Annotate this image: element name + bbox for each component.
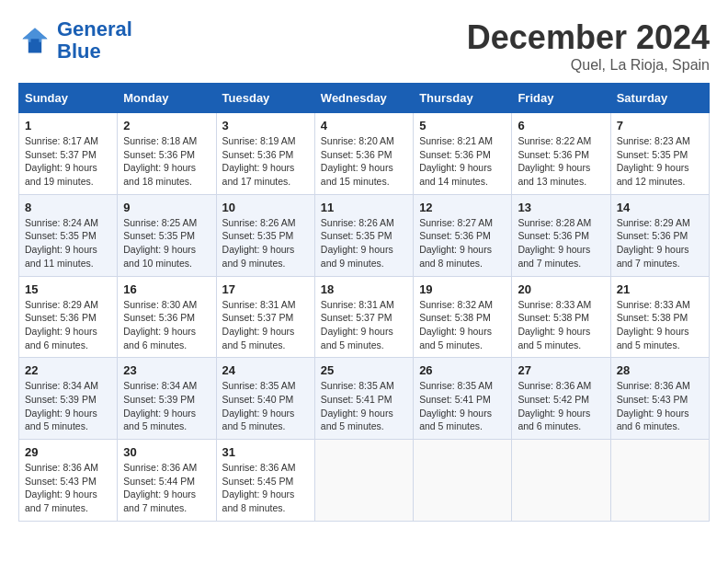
day-number: 5 (419, 119, 506, 132)
day-info: Sunrise: 8:23 AM Sunset: 5:35 PM Dayligh… (617, 134, 703, 189)
calendar-cell: 10Sunrise: 8:26 AM Sunset: 5:35 PM Dayli… (216, 194, 314, 276)
day-info: Sunrise: 8:36 AM Sunset: 5:43 PM Dayligh… (617, 379, 703, 433)
day-info: Sunrise: 8:28 AM Sunset: 5:36 PM Dayligh… (518, 216, 604, 270)
calendar-cell: 3Sunrise: 8:19 AM Sunset: 5:36 PM Daylig… (216, 113, 314, 195)
weekday-header-friday: Friday (512, 84, 610, 113)
day-info: Sunrise: 8:36 AM Sunset: 5:42 PM Dayligh… (518, 379, 604, 433)
calendar-cell: 1Sunrise: 8:17 AM Sunset: 5:37 PM Daylig… (19, 113, 118, 195)
day-info: Sunrise: 8:25 AM Sunset: 5:35 PM Dayligh… (123, 216, 210, 270)
calendar-week-row: 29Sunrise: 8:36 AM Sunset: 5:43 PM Dayli… (19, 440, 710, 522)
weekday-header-wednesday: Wednesday (314, 84, 413, 113)
weekday-header-thursday: Thursday (414, 84, 512, 113)
day-number: 12 (419, 201, 506, 214)
calendar-cell: 19Sunrise: 8:32 AM Sunset: 5:38 PM Dayli… (414, 276, 512, 358)
day-info: Sunrise: 8:27 AM Sunset: 5:36 PM Dayligh… (419, 216, 506, 270)
day-number: 2 (123, 119, 210, 132)
day-number: 1 (25, 119, 111, 132)
day-info: Sunrise: 8:36 AM Sunset: 5:43 PM Dayligh… (25, 461, 111, 515)
calendar-cell (610, 440, 709, 522)
day-number: 17 (222, 282, 309, 296)
day-number: 28 (617, 363, 703, 377)
day-info: Sunrise: 8:30 AM Sunset: 5:36 PM Dayligh… (123, 298, 210, 352)
calendar-week-row: 1Sunrise: 8:17 AM Sunset: 5:37 PM Daylig… (19, 113, 710, 195)
calendar-cell: 27Sunrise: 8:36 AM Sunset: 5:42 PM Dayli… (512, 358, 610, 440)
day-number: 31 (222, 445, 309, 459)
day-info: Sunrise: 8:21 AM Sunset: 5:36 PM Dayligh… (419, 134, 506, 189)
day-number: 15 (25, 282, 111, 296)
day-info: Sunrise: 8:32 AM Sunset: 5:38 PM Dayligh… (419, 298, 506, 352)
day-number: 25 (321, 363, 407, 377)
day-info: Sunrise: 8:22 AM Sunset: 5:36 PM Dayligh… (518, 134, 604, 189)
calendar-cell: 31Sunrise: 8:36 AM Sunset: 5:45 PM Dayli… (216, 440, 314, 522)
day-info: Sunrise: 8:26 AM Sunset: 5:35 PM Dayligh… (222, 216, 309, 270)
day-info: Sunrise: 8:35 AM Sunset: 5:41 PM Dayligh… (419, 379, 506, 433)
logo-icon (18, 24, 51, 57)
calendar-cell: 2Sunrise: 8:18 AM Sunset: 5:36 PM Daylig… (118, 113, 216, 195)
day-number: 14 (617, 201, 703, 214)
calendar-cell: 6Sunrise: 8:22 AM Sunset: 5:36 PM Daylig… (512, 113, 610, 195)
calendar-cell: 4Sunrise: 8:20 AM Sunset: 5:36 PM Daylig… (314, 113, 413, 195)
day-info: Sunrise: 8:33 AM Sunset: 5:38 PM Dayligh… (518, 298, 604, 352)
calendar-week-row: 15Sunrise: 8:29 AM Sunset: 5:36 PM Dayli… (19, 276, 710, 358)
weekday-header-saturday: Saturday (610, 84, 709, 113)
day-number: 23 (123, 363, 210, 377)
calendar-cell: 5Sunrise: 8:21 AM Sunset: 5:36 PM Daylig… (414, 113, 512, 195)
day-info: Sunrise: 8:19 AM Sunset: 5:36 PM Dayligh… (222, 134, 309, 189)
day-number: 3 (222, 119, 309, 132)
calendar-cell: 7Sunrise: 8:23 AM Sunset: 5:35 PM Daylig… (610, 113, 709, 195)
calendar-cell: 22Sunrise: 8:34 AM Sunset: 5:39 PM Dayli… (19, 358, 118, 440)
day-info: Sunrise: 8:29 AM Sunset: 5:36 PM Dayligh… (25, 298, 111, 352)
day-number: 20 (518, 282, 604, 296)
calendar-cell: 16Sunrise: 8:30 AM Sunset: 5:36 PM Dayli… (118, 276, 216, 358)
calendar-cell: 30Sunrise: 8:36 AM Sunset: 5:44 PM Dayli… (118, 440, 216, 522)
day-number: 8 (25, 201, 111, 214)
calendar-table: SundayMondayTuesdayWednesdayThursdayFrid… (18, 83, 710, 522)
day-info: Sunrise: 8:20 AM Sunset: 5:36 PM Dayligh… (321, 134, 407, 189)
day-number: 4 (321, 119, 407, 132)
weekday-header-row: SundayMondayTuesdayWednesdayThursdayFrid… (19, 84, 710, 113)
day-number: 16 (123, 282, 210, 296)
day-number: 6 (518, 119, 604, 132)
day-number: 29 (25, 445, 111, 459)
day-info: Sunrise: 8:31 AM Sunset: 5:37 PM Dayligh… (321, 298, 407, 352)
day-number: 13 (518, 201, 604, 214)
calendar-cell: 11Sunrise: 8:26 AM Sunset: 5:35 PM Dayli… (314, 194, 413, 276)
calendar-cell: 8Sunrise: 8:24 AM Sunset: 5:35 PM Daylig… (19, 194, 118, 276)
day-number: 10 (222, 201, 309, 214)
weekday-header-monday: Monday (118, 84, 216, 113)
calendar-cell: 23Sunrise: 8:34 AM Sunset: 5:39 PM Dayli… (118, 358, 216, 440)
day-info: Sunrise: 8:26 AM Sunset: 5:35 PM Dayligh… (321, 216, 407, 270)
day-info: Sunrise: 8:33 AM Sunset: 5:38 PM Dayligh… (617, 298, 703, 352)
day-number: 26 (419, 363, 506, 377)
day-info: Sunrise: 8:35 AM Sunset: 5:40 PM Dayligh… (222, 379, 309, 433)
day-info: Sunrise: 8:34 AM Sunset: 5:39 PM Dayligh… (123, 379, 210, 433)
day-info: Sunrise: 8:29 AM Sunset: 5:36 PM Dayligh… (617, 216, 703, 270)
month-title: December 2024 (467, 18, 710, 57)
day-info: Sunrise: 8:36 AM Sunset: 5:44 PM Dayligh… (123, 461, 210, 515)
day-info: Sunrise: 8:17 AM Sunset: 5:37 PM Dayligh… (25, 134, 111, 189)
day-info: Sunrise: 8:18 AM Sunset: 5:36 PM Dayligh… (123, 134, 210, 189)
day-number: 19 (419, 282, 506, 296)
calendar-cell: 9Sunrise: 8:25 AM Sunset: 5:35 PM Daylig… (118, 194, 216, 276)
day-number: 11 (321, 201, 407, 214)
logo: General Blue (18, 18, 132, 63)
calendar-cell: 20Sunrise: 8:33 AM Sunset: 5:38 PM Dayli… (512, 276, 610, 358)
day-number: 27 (518, 363, 604, 377)
day-info: Sunrise: 8:24 AM Sunset: 5:35 PM Dayligh… (25, 216, 111, 270)
calendar-cell (414, 440, 512, 522)
calendar-cell: 15Sunrise: 8:29 AM Sunset: 5:36 PM Dayli… (19, 276, 118, 358)
calendar-cell: 17Sunrise: 8:31 AM Sunset: 5:37 PM Dayli… (216, 276, 314, 358)
day-number: 7 (617, 119, 703, 132)
calendar-cell (314, 440, 413, 522)
location-subtitle: Quel, La Rioja, Spain (467, 57, 710, 74)
day-number: 21 (617, 282, 703, 296)
calendar-week-row: 22Sunrise: 8:34 AM Sunset: 5:39 PM Dayli… (19, 358, 710, 440)
calendar-cell: 26Sunrise: 8:35 AM Sunset: 5:41 PM Dayli… (414, 358, 512, 440)
calendar-cell: 24Sunrise: 8:35 AM Sunset: 5:40 PM Dayli… (216, 358, 314, 440)
calendar-cell: 18Sunrise: 8:31 AM Sunset: 5:37 PM Dayli… (314, 276, 413, 358)
day-number: 9 (123, 201, 210, 214)
day-info: Sunrise: 8:36 AM Sunset: 5:45 PM Dayligh… (222, 461, 309, 515)
calendar-cell: 12Sunrise: 8:27 AM Sunset: 5:36 PM Dayli… (414, 194, 512, 276)
day-info: Sunrise: 8:35 AM Sunset: 5:41 PM Dayligh… (321, 379, 407, 433)
logo-line2: Blue (57, 40, 101, 63)
